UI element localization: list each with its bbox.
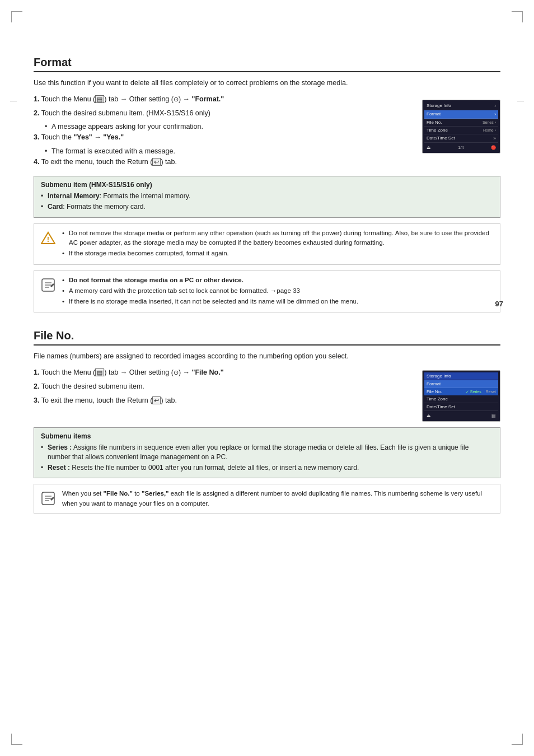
format-warning-notice: ! Do not remove the storage media or per… — [34, 223, 500, 265]
fileno-step-3: 3. To exit the menu, touch the Return (↩… — [34, 395, 411, 406]
fileno-description: File names (numbers) are assigned to rec… — [34, 351, 500, 362]
fileno-title: File No. — [34, 329, 500, 346]
step-4-number: 4. — [34, 158, 39, 166]
side-mark-left-top — [10, 101, 17, 101]
format-submenu-box: Submenu item (HMX-S15/S16 only) Internal… — [34, 176, 500, 218]
fileno-step-1: 1. Touch the Menu (▤) tab → Other settin… — [34, 367, 411, 378]
fileno-note-content: When you set "File No." to "Series," eac… — [62, 489, 494, 508]
step-1-number: 1. — [34, 95, 39, 103]
corner-mark-tl — [11, 11, 22, 22]
step-3-number: 3. — [34, 133, 39, 141]
corner-mark-br — [512, 734, 523, 745]
submenu-card: Card: Formats the memory card. — [41, 202, 493, 212]
warning-item-2: If the storage media becomes corrupted, … — [62, 249, 494, 258]
step-2-number: 2. — [34, 109, 39, 117]
corner-mark-tr — [512, 11, 523, 22]
format-description: Use this function if you want to delete … — [34, 78, 500, 88]
note-pencil-icon — [40, 277, 57, 293]
step-2-sub: A message appears asking for your confir… — [45, 122, 411, 132]
return-icon-1: ↩ — [152, 158, 161, 166]
cam2-format: Format — [424, 380, 498, 388]
submenu-internal-memory: Internal Memory: Formats the internal me… — [41, 192, 493, 201]
corner-mark-bl — [11, 734, 22, 745]
cam2-datetime: Date/Time Set — [424, 403, 498, 411]
note-item-1: Do not format the storage media on a PC … — [62, 276, 494, 285]
yes-keyword: "Yes" — [73, 133, 92, 141]
fileno-submenu-items: Series : Assigns file numbers in sequenc… — [41, 443, 493, 472]
format-submenu-items: Internal Memory: Formats the internal me… — [41, 192, 493, 212]
fileno-step-3-number: 3. — [34, 396, 39, 404]
step-2: 2. Touch the desired submenu item. (HMX-… — [34, 108, 411, 119]
step-3-sub-item: The format is executed with a message. — [45, 146, 411, 157]
cam-storage-info: Storage Info › — [424, 102, 498, 110]
format-keyword: "Format." — [192, 95, 224, 103]
format-steps-container: 1. Touch the Menu (▤) tab → Other settin… — [34, 94, 500, 171]
submenu-reset: Reset : Resets the file number to 0001 a… — [41, 463, 493, 473]
step-3: 3. Touch the "Yes" → "Yes." — [34, 132, 411, 143]
cam-header-storage: Storage Info — [424, 372, 498, 380]
cam-bottom-bar: ⏏ 1/4 🔴 — [424, 144, 498, 151]
format-steps-list: 1. Touch the Menu (▤) tab → Other settin… — [34, 94, 411, 171]
cam-file-no: File No. Series › — [424, 119, 498, 127]
format-note-content: Do not format the storage media on a PC … — [62, 276, 494, 308]
fileno-submenu-box: Submenu items Series : Assigns file numb… — [34, 427, 500, 478]
fileno-step-2: 2. Touch the desired submenu item. — [34, 381, 411, 392]
note-item-3: If there is no storage media inserted, i… — [62, 297, 494, 306]
fileno-steps-container: 1. Touch the Menu (▤) tab → Other settin… — [34, 367, 500, 422]
format-section: Format Use this function if you want to … — [34, 56, 500, 312]
step-3-sub: The format is executed with a message. — [45, 146, 411, 157]
step-1: 1. Touch the Menu (▤) tab → Other settin… — [34, 94, 411, 105]
return-icon-2: ↩ — [152, 396, 161, 404]
fileno-note-icon — [40, 490, 57, 507]
fileno-step-1-number: 1. — [34, 368, 39, 376]
format-note-notice: Do not format the storage media on a PC … — [34, 270, 500, 313]
step-2-sub-item: A message appears asking for your confir… — [45, 122, 411, 132]
cam-format: Format › — [424, 110, 498, 119]
fileno-keyword: "File No." — [192, 368, 224, 376]
cam-time-zone: Time Zone Home › — [424, 127, 498, 134]
page: Format Use this function if you want to … — [0, 0, 534, 756]
format-title: Format — [34, 56, 500, 72]
menu-icon-1: ▤ — [95, 95, 104, 103]
gear-icon-2: ⊙ — [174, 369, 179, 376]
gear-icon-1: ⊙ — [174, 96, 179, 102]
warning-triangle-icon: ! — [40, 230, 57, 246]
fileno-note-notice: When you set "File No." to "Series," eac… — [34, 484, 500, 514]
fileno-camera-screen: Storage Info Format File No. ✓ Series Re… — [422, 370, 500, 422]
cam-datetime-set: Date/Time Set » — [424, 134, 498, 143]
yes-keyword-2: "Yes." — [103, 133, 124, 141]
cam2-timezone: Time Zone — [424, 395, 498, 403]
fileno-step-2-number: 2. — [34, 382, 39, 390]
format-camera-screen: Storage Info › Format › File No. Series … — [422, 100, 500, 153]
fileno-submenu-title: Submenu items — [41, 432, 493, 440]
cam2-bottom-bar: ⏏ ▤ — [424, 412, 498, 419]
fileno-steps-list: 1. Touch the Menu (▤) tab → Other settin… — [34, 367, 411, 409]
format-submenu-title: Submenu item (HMX-S15/S16 only) — [41, 181, 493, 189]
warning-item-1: Do not remove the storage media or perfo… — [62, 228, 494, 248]
step-4: 4. To exit the menu, touch the Return (↩… — [34, 157, 411, 167]
format-warning-content: Do not remove the storage media or perfo… — [62, 228, 494, 260]
svg-text:!: ! — [47, 235, 49, 244]
menu-icon-2: ▤ — [95, 368, 104, 376]
note-item-2: A memory card with the protection tab se… — [62, 286, 494, 296]
fileno-section: File No. File names (numbers) are assign… — [34, 329, 500, 514]
submenu-series: Series : Assigns file numbers in sequenc… — [41, 443, 493, 462]
cam2-fileno-label: File No. — [427, 389, 442, 394]
side-mark-right-top — [517, 101, 524, 101]
page-number: 97 — [495, 300, 503, 308]
